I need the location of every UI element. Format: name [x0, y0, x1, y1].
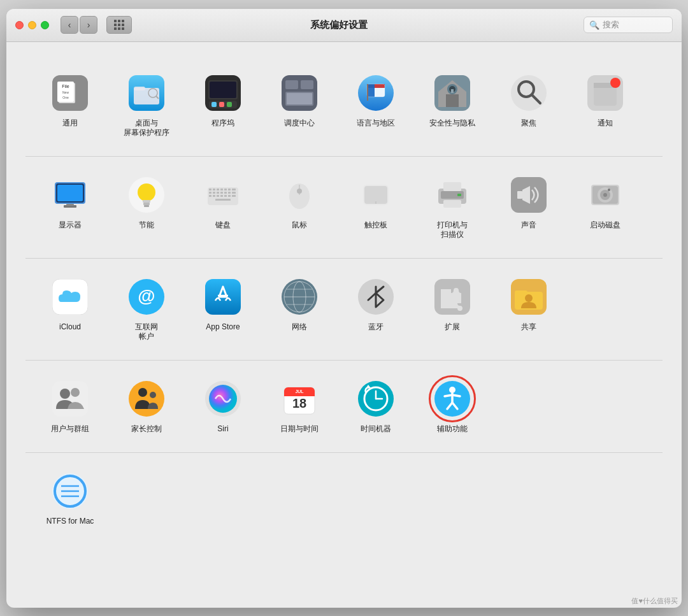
pref-icloud[interactable]: iCloud	[32, 271, 108, 347]
svg-point-35	[511, 75, 547, 111]
users-icon-wrap	[50, 378, 90, 419]
svg-point-113	[60, 389, 70, 399]
extensions-icon-wrap	[432, 276, 473, 317]
icloud-label: iCloud	[59, 322, 81, 333]
maximize-button[interactable]	[41, 21, 49, 29]
svg-rect-66	[232, 192, 236, 194]
language-icon-wrap	[355, 73, 396, 113]
pref-displays[interactable]: 显示器	[32, 169, 108, 245]
svg-rect-79	[364, 186, 387, 204]
pref-mission[interactable]: 调度中心	[261, 68, 338, 143]
svg-rect-19	[285, 80, 298, 89]
pref-ntfs[interactable]: NTFS for Mac	[32, 466, 108, 532]
pref-printers[interactable]: 打印机与扫描仪	[414, 169, 491, 245]
pref-appstore[interactable]: App Store	[185, 271, 261, 347]
pref-users[interactable]: 用户与群组	[32, 373, 108, 440]
users-label: 用户与群组	[51, 424, 89, 434]
pref-sharing[interactable]: 共享	[491, 271, 567, 347]
pref-siri[interactable]: Siri	[185, 373, 261, 440]
svg-rect-63	[220, 192, 223, 194]
pref-internet-accounts[interactable]: @ 互联网帐户	[108, 271, 185, 347]
svg-rect-83	[443, 200, 461, 208]
dock-icon	[205, 75, 241, 111]
section-system: 用户与群组 家长控制	[25, 361, 663, 453]
minimize-button[interactable]	[28, 21, 36, 29]
pref-network[interactable]: 网络	[261, 271, 338, 347]
sound-label: 声音	[521, 220, 536, 231]
pref-bluetooth[interactable]: 蓝牙	[338, 271, 414, 347]
svg-rect-60	[209, 192, 211, 194]
svg-rect-61	[213, 192, 215, 194]
svg-text:One: One	[62, 96, 69, 99]
pref-datetime[interactable]: JUL 18 日期与时间	[261, 373, 338, 440]
search-box[interactable]: 🔍 搜索	[584, 17, 673, 33]
sharing-icon	[511, 279, 547, 315]
forward-button[interactable]: ›	[80, 16, 97, 34]
svg-rect-8	[134, 87, 145, 90]
energy-icon	[129, 177, 164, 213]
svg-point-117	[150, 392, 156, 398]
network-icon	[282, 279, 317, 315]
startup-icon-wrap	[585, 175, 626, 215]
close-button[interactable]	[15, 21, 24, 29]
pref-general[interactable]: File New One 通用	[32, 68, 108, 143]
pref-spotlight[interactable]: 聚焦	[491, 68, 567, 143]
pref-dock[interactable]: 程序坞	[185, 68, 261, 143]
security-icon-wrap	[432, 73, 473, 113]
pref-accessibility[interactable]: 辅助功能	[414, 373, 491, 440]
pref-energy[interactable]: 节能	[108, 169, 185, 245]
svg-rect-46	[66, 204, 74, 206]
svg-rect-49	[143, 200, 150, 203]
accessibility-label: 辅助功能	[437, 424, 468, 434]
icloud-icon-wrap	[50, 276, 90, 317]
trackpad-icon	[358, 177, 394, 213]
pref-language[interactable]: 语言与地区	[338, 68, 414, 143]
language-label: 语言与地区	[357, 118, 395, 129]
pref-startup[interactable]: 启动磁盘	[567, 169, 643, 245]
pref-notifications[interactable]: 通知	[567, 68, 643, 143]
pref-trackpad[interactable]: 触控板	[338, 169, 414, 245]
siri-icon-wrap	[203, 378, 243, 419]
mouse-label: 鼠标	[292, 220, 307, 231]
pref-keyboard[interactable]: 键盘	[185, 169, 261, 245]
timemachine-icon	[358, 381, 394, 417]
section-hardware: 显示器 节能	[25, 157, 663, 259]
svg-rect-53	[209, 189, 211, 190]
nav-buttons: ‹ ›	[61, 16, 97, 34]
svg-point-77	[297, 189, 302, 194]
desktop-label: 桌面与屏幕保护程序	[124, 118, 169, 138]
notifications-icon-wrap	[585, 73, 626, 113]
svg-point-48	[138, 183, 155, 201]
appstore-icon	[205, 279, 241, 315]
users-icon	[52, 381, 88, 417]
timemachine-label: 时间机器	[361, 424, 391, 434]
pref-sound[interactable]: 声音	[491, 169, 567, 245]
sharing-icon-wrap	[508, 276, 549, 317]
svg-rect-50	[143, 203, 150, 205]
parental-icon-wrap	[126, 378, 167, 419]
pref-parental[interactable]: 家长控制	[108, 373, 185, 440]
pref-mouse[interactable]: 鼠标	[261, 169, 338, 245]
back-button[interactable]: ‹	[61, 16, 78, 34]
pref-security[interactable]: 安全性与隐私	[414, 68, 491, 143]
svg-rect-68	[213, 195, 215, 197]
mouse-icon-wrap	[279, 175, 320, 215]
extensions-label: 扩展	[445, 322, 460, 333]
mission-icon-wrap	[279, 73, 320, 113]
svg-rect-65	[228, 192, 231, 194]
highlight-ring	[429, 375, 476, 422]
pref-desktop[interactable]: 桌面与屏幕保护程序	[108, 68, 185, 143]
svg-text:File: File	[62, 84, 69, 89]
svg-text:JUL: JUL	[295, 389, 304, 394]
pref-extensions[interactable]: 扩展	[414, 271, 491, 347]
internet-accounts-label: 互联网帐户	[135, 322, 158, 342]
svg-rect-62	[217, 192, 219, 194]
pref-timemachine[interactable]: 时间机器	[338, 373, 414, 440]
search-icon: 🔍	[589, 20, 599, 30]
printers-icon-wrap	[432, 175, 473, 215]
section-other: NTFS for Mac	[25, 453, 663, 545]
spotlight-label: 聚焦	[521, 118, 536, 129]
keyboard-label: 键盘	[215, 220, 231, 231]
svg-rect-54	[213, 189, 215, 190]
desktop-icon	[129, 75, 164, 111]
